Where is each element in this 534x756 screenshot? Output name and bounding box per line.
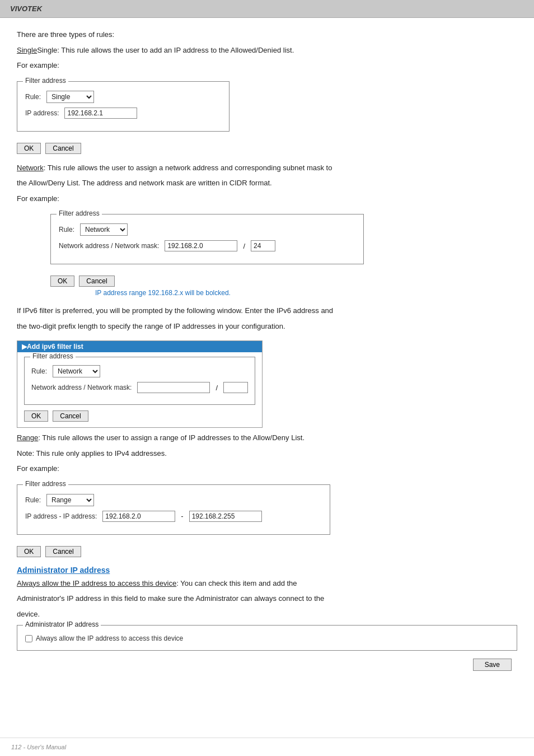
- single-ip-row: IP address:: [25, 108, 221, 119]
- range-desc2: Note: This rule only applies to IPv4 add…: [17, 448, 517, 459]
- single-ok-button[interactable]: OK: [17, 143, 41, 154]
- range-desc1: Range: This rule allows the user to assi…: [17, 432, 517, 444]
- network-note: IP address range 192.168.2.x will be bol…: [95, 289, 517, 297]
- range-label: Range: [17, 433, 38, 442]
- range-filter-box: Filter address Rule: Single Network Rang…: [17, 484, 330, 535]
- admin-desc: Always allow the IP address to access th…: [17, 578, 517, 589]
- ipv6-rule-row: Rule: Single Network Range: [31, 365, 248, 377]
- ipv6-intro1: If IPv6 filter is preferred, you will be…: [17, 305, 517, 316]
- admin-box-legend: Administrator IP address: [23, 620, 101, 628]
- admin-checkbox-label: Always allow the IP address to access th…: [36, 634, 183, 642]
- range-ip-to-input[interactable]: [189, 511, 262, 522]
- ipv6-addr-label: Network address / Network mask:: [31, 384, 132, 391]
- single-filter-legend: Filter address: [23, 77, 68, 85]
- admin-desc2: Administrator's IP address in this field…: [17, 593, 517, 604]
- ipv6-addr-input[interactable]: [137, 382, 210, 393]
- range-for-example: For example:: [17, 463, 517, 474]
- range-ip-label: IP address - IP address:: [25, 512, 97, 520]
- range-dash: -: [181, 512, 183, 520]
- network-addr-label: Network address / Network mask:: [59, 242, 159, 250]
- single-filter-box: Filter address Rule: Single Network Rang…: [17, 81, 229, 132]
- single-rule-label: Rule:: [25, 93, 41, 101]
- range-rule-label: Rule:: [25, 496, 41, 504]
- network-label: Network: [17, 164, 44, 172]
- ipv6-rule-label: Rule:: [31, 367, 47, 375]
- ipv6-mask-input[interactable]: [223, 382, 248, 393]
- save-button[interactable]: Save: [473, 659, 512, 671]
- network-rule-row: Rule: Single Network Range: [59, 223, 355, 236]
- brand-title: VIVOTEK: [10, 4, 42, 13]
- ipv6-block: ▶Add ipv6 filter list Filter address Rul…: [17, 340, 263, 428]
- single-rule-select[interactable]: Single Network Range: [46, 91, 94, 103]
- range-ip-from-input[interactable]: [102, 511, 175, 522]
- ipv6-filter-legend: Filter address: [30, 352, 76, 360]
- network-cancel-button[interactable]: Cancel: [79, 276, 114, 287]
- network-mask-input[interactable]: [251, 240, 275, 251]
- ipv6-addr-row: Network address / Network mask: /: [31, 382, 248, 393]
- save-row: Save: [17, 659, 512, 671]
- single-label: Single: [17, 46, 37, 54]
- admin-desc3: device.: [17, 609, 517, 620]
- range-rule-row: Rule: Single Network Range: [25, 494, 322, 506]
- network-filter-legend: Filter address: [57, 209, 102, 217]
- admin-heading: Administrator IP address: [17, 566, 517, 575]
- range-ip-row: IP address - IP address: -: [25, 511, 322, 522]
- ipv6-filter-box: Filter address Rule: Single Network Rang…: [24, 357, 255, 405]
- network-rule-label: Rule:: [59, 226, 74, 234]
- single-cancel-button[interactable]: Cancel: [45, 143, 81, 154]
- single-for-example: For example:: [17, 60, 517, 71]
- ipv6-slash: /: [216, 384, 218, 392]
- intro-line1: There are three types of rules:: [17, 29, 517, 40]
- footer-text: 112 - User's Manual: [11, 744, 66, 750]
- network-desc: Network: This rule allows the user to as…: [17, 162, 517, 174]
- network-filter-box: Filter address Rule: Single Network Rang…: [50, 214, 364, 264]
- single-ip-label: IP address:: [25, 109, 59, 117]
- slash-separator: /: [243, 242, 245, 250]
- ipv6-rule-select[interactable]: Single Network Range: [53, 365, 100, 377]
- admin-always-allow-checkbox[interactable]: [25, 635, 32, 642]
- admin-ip-box: Administrator IP address Always allow th…: [17, 625, 517, 651]
- single-btn-row: OK Cancel: [17, 143, 517, 154]
- ipv6-btn-row: OK Cancel: [24, 410, 255, 422]
- range-cancel-button[interactable]: Cancel: [45, 546, 81, 557]
- range-rule-select[interactable]: Single Network Range: [46, 494, 94, 506]
- admin-checkbox-row: Always allow the IP address to access th…: [25, 634, 509, 642]
- range-ok-button[interactable]: OK: [17, 546, 41, 557]
- ipv6-ok-button[interactable]: OK: [24, 410, 48, 422]
- range-btn-row: OK Cancel: [17, 546, 517, 557]
- network-for-example: For example:: [17, 193, 517, 204]
- range-filter-legend: Filter address: [23, 480, 68, 488]
- single-rule-row: Rule: Single Network Range: [25, 91, 221, 103]
- ipv6-cancel-button[interactable]: Cancel: [53, 410, 88, 422]
- network-ok-button[interactable]: OK: [50, 276, 74, 287]
- network-addr-row: Network address / Network mask: /: [59, 240, 355, 251]
- network-btn-row: OK Cancel: [50, 276, 517, 287]
- single-ip-input[interactable]: [64, 108, 137, 119]
- ipv6-intro2: the two-digit prefix length to specify t…: [17, 321, 517, 332]
- network-desc2: the Allow/Deny List. The address and net…: [17, 178, 517, 189]
- ipv6-header: ▶Add ipv6 filter list: [17, 341, 262, 352]
- network-addr-input[interactable]: [165, 240, 237, 251]
- single-desc: SingleSingle: This rule allows the user …: [17, 45, 517, 56]
- network-rule-select[interactable]: Single Network Range: [80, 223, 128, 236]
- admin-desc-link: Always allow the IP address to access th…: [17, 579, 176, 587]
